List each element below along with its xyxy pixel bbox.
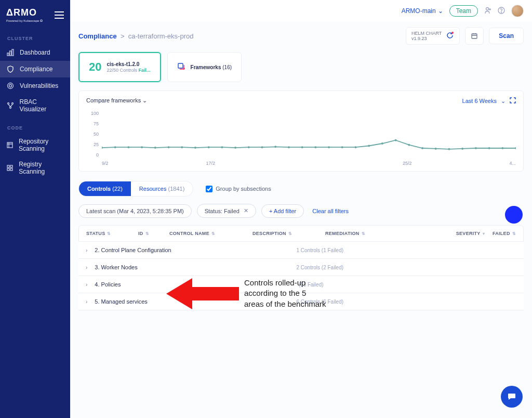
cards-row: 20 cis-eks-t1.2.0 22/50 Controls Fail...… [78, 52, 524, 82]
col-rem[interactable]: REMEDIATION⇅ [325, 231, 419, 236]
group-title: 5. Managed services [95, 298, 148, 305]
group-checkbox[interactable]: Group by subsections [206, 186, 271, 192]
x-axis: 9/2 17/2 25/2 4... [102, 158, 516, 169]
team-button[interactable]: Team [449, 5, 478, 17]
nav-rbac[interactable]: RBAC Visualizer [0, 94, 70, 117]
tab-resources[interactable]: Resources (1841) [131, 181, 193, 196]
table-header: STATUS⇅ ID⇅ CONTROL NAME⇅ DESCRIPTION⇅ R… [78, 225, 524, 242]
user-add-icon[interactable] [484, 7, 491, 16]
calendar-icon [471, 32, 478, 40]
col-status[interactable]: STATUS⇅ [86, 231, 138, 236]
filters-row: Latest scan (Mar 4, 2023, 5:28:35 PM) St… [78, 204, 524, 218]
help-icon[interactable] [498, 7, 505, 16]
svg-point-48 [488, 147, 490, 149]
chevron-right-icon: › [86, 282, 87, 288]
registry-icon [6, 164, 14, 172]
svg-rect-12 [10, 168, 12, 171]
avatar[interactable] [511, 5, 524, 17]
chevron-down-icon: ⌄ [501, 98, 506, 104]
org-name: ARMO-main [402, 7, 436, 15]
group-title: 4. Policies [95, 281, 121, 288]
org-switch[interactable]: ARMO-main ⌄ [402, 7, 443, 15]
group-title: 2. Control Plane Configuration [95, 247, 171, 253]
sort-icon: ⇅ [107, 231, 111, 236]
target-icon [6, 82, 15, 90]
group-row[interactable]: › 3. Worker Nodes 2 Controls (2 Failed) [78, 259, 524, 276]
col-desc[interactable]: DESCRIPTION⇅ [252, 231, 325, 236]
nav-section-code: CODE [0, 117, 70, 134]
tab-controls[interactable]: Controls (22) [79, 181, 131, 196]
svg-point-31 [261, 146, 263, 148]
col-sev[interactable]: SEVERITY▾ [443, 231, 485, 236]
graph-icon [6, 101, 14, 110]
nav-label: RBAC Visualizer [19, 98, 64, 113]
filter-scan[interactable]: Latest scan (Mar 4, 2023, 5:28:35 PM) [78, 204, 192, 218]
range-dropdown[interactable]: Last 6 Weeks ⌄ [462, 97, 516, 104]
group-row[interactable]: › 2. Control Plane Configuration 1 Contr… [78, 242, 524, 259]
filter-status[interactable]: Status: Failed ✕ [197, 204, 256, 218]
nav-vulnerabilities[interactable]: Vulnerabilities [0, 77, 70, 94]
menu-toggle-icon[interactable] [55, 11, 64, 19]
sort-icon: ⇅ [512, 231, 516, 236]
breadcrumb: Compliance > ca-terraform-eks-prod [78, 32, 193, 40]
clear-filters[interactable]: Clear all filters [312, 208, 349, 214]
svg-point-42 [408, 144, 410, 146]
svg-point-34 [301, 146, 303, 148]
frameworks-card[interactable]: Frameworks (16) [167, 52, 242, 82]
score-value: 20 [89, 60, 101, 74]
logo-tagline: Powered by Kubescape ✪ [6, 19, 43, 22]
svg-point-40 [381, 142, 383, 145]
svg-point-28 [221, 146, 223, 148]
floating-action-button[interactable] [505, 206, 523, 224]
calendar-button[interactable] [465, 27, 484, 45]
logo: ΔRMO Powered by Kubescape ✪ [6, 7, 43, 22]
svg-point-15 [501, 12, 502, 12]
svg-point-5 [7, 103, 9, 104]
svg-point-24 [168, 146, 170, 148]
svg-point-35 [314, 146, 316, 148]
svg-point-41 [395, 139, 397, 141]
add-filter[interactable]: + Add filter [261, 204, 304, 218]
svg-rect-17 [472, 34, 477, 38]
helm-box[interactable]: HELM CHART v1.9.23 [406, 27, 460, 45]
group-row[interactable]: › 4. Policies (13 Failed) [78, 276, 524, 293]
chevron-right-icon: › [86, 265, 87, 270]
chart-body: 100 75 50 25 0 [86, 111, 516, 158]
nav-repo-scan[interactable]: Repository Scanning [0, 134, 70, 156]
svg-rect-10 [10, 165, 12, 167]
sort-icon: ⇅ [145, 231, 149, 236]
chart-plot[interactable] [102, 111, 516, 158]
breadcrumb-root[interactable]: Compliance [78, 32, 117, 40]
shield-icon [6, 65, 15, 73]
score-card[interactable]: 20 cis-eks-t1.2.0 22/50 Controls Fail... [78, 52, 161, 82]
group-summary: (13 Failed) [299, 282, 324, 288]
close-icon[interactable]: ✕ [244, 207, 248, 214]
nav-label: Repository Scanning [19, 138, 64, 152]
tabs-row: Controls (22) Resources (1841) Group by … [78, 181, 524, 197]
svg-rect-0 [7, 53, 9, 56]
group-checkbox-input[interactable] [206, 186, 212, 192]
svg-point-25 [181, 146, 183, 148]
col-id[interactable]: ID⇅ [138, 231, 169, 236]
svg-point-47 [475, 147, 477, 149]
helm-version: v1.9.23 [411, 36, 442, 41]
logo-text: ΔRMO [6, 7, 43, 18]
group-row[interactable]: › 5. Managed services 6 Controls (6 Fail… [78, 293, 524, 310]
col-name[interactable]: CONTROL NAME⇅ [169, 231, 252, 236]
svg-point-21 [127, 146, 129, 148]
nav-dashboard[interactable]: Dashboard [0, 44, 70, 61]
chevron-right-icon: › [86, 299, 87, 305]
col-fail[interactable]: FAILED⇅ [485, 231, 516, 236]
chat-widget[interactable] [501, 386, 523, 408]
scan-button[interactable]: Scan [489, 28, 524, 44]
nav-registry-scan[interactable]: Registry Scanning [0, 156, 70, 179]
tab-group: Controls (22) Resources (1841) [78, 181, 193, 197]
nav-compliance[interactable]: Compliance [0, 61, 70, 77]
compare-dropdown[interactable]: Compare frameworks ⌄ [86, 97, 147, 104]
svg-rect-18 [178, 63, 183, 68]
svg-point-37 [341, 146, 343, 148]
expand-icon[interactable] [510, 97, 516, 104]
dashboard-icon [6, 48, 15, 57]
svg-point-36 [328, 146, 330, 148]
svg-point-43 [421, 147, 423, 149]
